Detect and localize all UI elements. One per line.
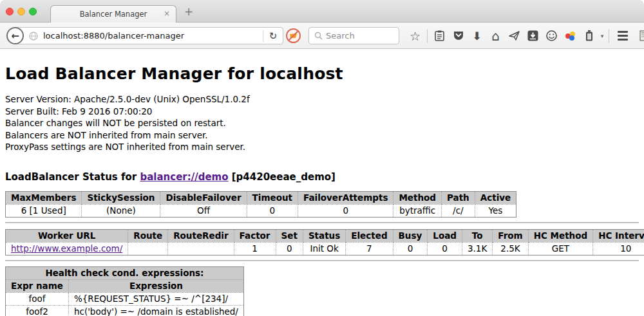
reload-button[interactable]: ↻ <box>263 30 283 42</box>
status-heading-suffix: [p4420eeae_demo] <box>229 171 336 183</box>
column-header: HC Method <box>528 229 593 242</box>
balancer-settings-table: MaxMembersStickySessionDisableFailoverTi… <box>5 191 516 218</box>
color-dots-extension-icon[interactable] <box>561 23 580 49</box>
column-header: HC Interval <box>593 229 644 242</box>
toolbar-separator <box>427 29 428 43</box>
page-content: Load Balancer Manager for localhost Serv… <box>0 49 644 315</box>
table-row: foof2hc('body') =~ /domain is establishe… <box>6 305 244 316</box>
browser-window: Balancer Manager × + ← localhost:8880/ba… <box>0 0 644 316</box>
column-header: Route <box>128 229 168 242</box>
expr-name-cell: foof <box>6 292 69 305</box>
globe-icon <box>29 32 38 41</box>
column-header: RouteRedir <box>168 229 234 242</box>
menu-hamburger-icon[interactable] <box>612 23 634 49</box>
column-header: Path <box>442 191 475 204</box>
worker-url-link[interactable]: http://www.example.com/ <box>11 243 122 254</box>
worker-status-table: Worker URLRouteRouteRedirFactorSetStatus… <box>5 229 644 256</box>
column-header: Set <box>276 229 303 242</box>
new-tab-button[interactable]: + <box>184 5 193 18</box>
tab-balancer-manager[interactable]: Balancer Manager × <box>50 5 176 23</box>
column-header: Load <box>428 229 462 242</box>
tab-close-icon[interactable]: × <box>164 9 170 18</box>
back-button[interactable]: ← <box>6 27 24 44</box>
table-header-row: MaxMembersStickySessionDisableFailoverTi… <box>6 191 516 204</box>
clipboard-icon[interactable] <box>430 23 449 49</box>
column-header: Expr name <box>6 279 69 292</box>
tab-title: Balancer Manager <box>80 10 147 19</box>
table-row: foof%{REQUEST_STATUS} =~ /^[234]/ <box>6 292 244 305</box>
column-header: DisableFailover <box>160 191 247 204</box>
search-bar[interactable] <box>308 27 399 44</box>
toolbar-separator <box>609 29 609 43</box>
health-table-title: Health check cond. expressions: <box>6 266 244 279</box>
table-header-row: Worker URLRouteRouteRedirFactorSetStatus… <box>6 229 644 242</box>
url-text[interactable]: localhost:8880/balancer-manager <box>43 31 263 41</box>
server-info-line: ProxyPass settings are NOT inherited fro… <box>5 141 639 153</box>
table-cell: 0 <box>428 242 462 255</box>
column-header: Active <box>475 191 516 204</box>
table-cell: bytraffic <box>393 204 442 217</box>
table-cell: Off <box>160 204 247 217</box>
table-cell: Init Ok <box>303 242 345 255</box>
expr-name-cell: foof2 <box>6 305 69 316</box>
table-cell: (None) <box>82 204 160 217</box>
divider <box>5 222 639 223</box>
table-cell: 0 <box>247 204 298 217</box>
table-cell: 2.5K <box>493 242 528 255</box>
column-header: Status <box>303 229 345 242</box>
navigation-toolbar: ← localhost:8880/balancer-manager ↻ ☆ <box>0 23 644 49</box>
window-zoom-button[interactable] <box>29 8 37 15</box>
search-icon <box>314 32 323 40</box>
window-minimize-button[interactable] <box>17 8 25 15</box>
loadbalancer-status-heading: LoadBalancer Status for balancer://demo … <box>5 171 639 183</box>
pocket-icon[interactable] <box>449 23 468 49</box>
table-cell <box>168 242 234 255</box>
table-cell: 3.1K <box>462 242 492 255</box>
column-header: From <box>493 229 528 242</box>
table-title-row: Health check cond. expressions: <box>6 266 244 279</box>
column-header: Expression <box>68 279 243 292</box>
bookmark-star-icon[interactable]: ☆ <box>406 23 424 49</box>
video-download-icon[interactable] <box>524 23 542 49</box>
battery-extension-icon[interactable] <box>580 23 598 49</box>
flashblock-icon[interactable] <box>285 28 301 44</box>
table-cell: 1 <box>234 242 276 255</box>
status-heading-prefix: LoadBalancer Status for <box>5 171 140 183</box>
table-row: http://www.example.com/10Init Ok7003.1K2… <box>6 242 644 255</box>
table-cell: 0 <box>298 204 393 217</box>
column-header: Elected <box>346 229 393 242</box>
window-close-button[interactable] <box>6 8 14 15</box>
send-tab-icon[interactable] <box>505 23 524 49</box>
smiley-extension-icon[interactable] <box>542 23 561 49</box>
table-cell: GET <box>528 242 593 255</box>
column-header: To <box>462 229 492 242</box>
column-header: Worker URL <box>6 229 128 242</box>
table-cell: 7 <box>346 242 393 255</box>
server-info-line: Balancers are NOT inherited from main se… <box>5 129 639 142</box>
table-cell: Yes <box>475 204 516 217</box>
home-icon[interactable]: ⌂ <box>486 23 505 49</box>
table-cell: 10 <box>593 242 644 255</box>
balancer-demo-link[interactable]: balancer://demo <box>140 171 228 183</box>
worker-url-cell: http://www.example.com/ <box>6 242 128 255</box>
search-input[interactable] <box>326 31 399 41</box>
column-header: MaxMembers <box>6 191 82 204</box>
expression-cell: hc('body') =~ /domain is established/ <box>68 305 243 316</box>
column-header: Timeout <box>247 191 298 204</box>
overflow-caret-icon[interactable]: ▾ <box>598 23 606 49</box>
table-cell: /c/ <box>442 204 475 217</box>
server-info-line: Server Built: Feb 9 2016 07:00:20 <box>5 106 639 118</box>
server-info-line: Balancer changes will NOT be persisted o… <box>5 117 639 129</box>
page-panel-icon[interactable] <box>634 23 644 49</box>
expression-cell: %{REQUEST_STATUS} =~ /^[234]/ <box>68 292 243 305</box>
toolbar-icons: ☆ ⬇ ⌂ ▾ <box>406 23 644 49</box>
health-check-expressions-table: Health check cond. expressions: Expr nam… <box>5 266 244 316</box>
table-cell: 0 <box>276 242 303 255</box>
table-header-row: Expr nameExpression <box>6 279 244 292</box>
column-header: StickySession <box>82 191 160 204</box>
page-title: Load Balancer Manager for localhost <box>5 49 639 83</box>
downloads-icon[interactable]: ⬇ <box>468 23 486 49</box>
url-bar[interactable]: localhost:8880/balancer-manager ↻ <box>14 27 283 44</box>
table-cell: 6 [1 Used] <box>6 204 82 217</box>
column-header: Factor <box>234 229 276 242</box>
